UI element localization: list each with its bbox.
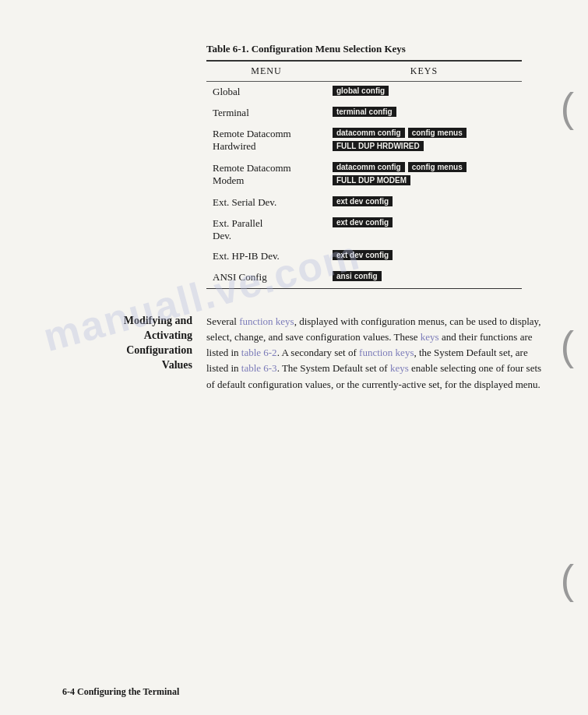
table-row: Globalglobal config (206, 82, 522, 104)
keys-cell: terminal config (326, 103, 522, 124)
key-badge: FULL DUP MODEM (333, 175, 410, 185)
key-badge-line: FULL DUP HRDWIRED (333, 141, 516, 153)
section-heading: Modifying and Activating Configuration V… (62, 314, 206, 393)
keys-cell: datacomm configconfig menusFULL DUP HRDW… (326, 124, 522, 158)
link-text: table 6-3 (241, 362, 277, 374)
key-badge: config menus (408, 128, 467, 138)
menu-cell: Global (206, 82, 326, 104)
key-badge: FULL DUP HRDWIRED (333, 141, 424, 151)
link-text: function keys (359, 347, 414, 358)
table-title: Table 6-1. Configuration Menu Selection … (206, 43, 522, 55)
key-badge: terminal config (333, 107, 396, 117)
bracket-bot-icon: ( (561, 559, 574, 600)
key-badge-line: datacomm configconfig menus (333, 162, 516, 174)
menu-cell: ANSI Config (206, 267, 326, 289)
table-row: Remote DatacommModemdatacomm configconfi… (206, 158, 522, 192)
modifying-section: Modifying and Activating Configuration V… (62, 314, 545, 393)
page: manuall.ve.com ( ( ( Table 6-1. Configur… (0, 0, 588, 715)
menu-cell: Terminal (206, 103, 326, 124)
keys-cell: datacomm configconfig menusFULL DUP MODE… (326, 158, 522, 192)
link-text: keys (390, 362, 409, 374)
link-text: function keys (239, 315, 294, 327)
menu-cell: Remote DatacommModem (206, 158, 326, 192)
keys-cell: ext dev config (326, 246, 522, 267)
key-badge: ext dev config (333, 217, 393, 227)
menu-cell: Ext. ParallelDev. (206, 213, 326, 246)
keys-cell: global config (326, 82, 522, 104)
key-badge-line: datacomm configconfig menus (333, 128, 516, 139)
key-badge: global config (333, 86, 389, 96)
key-badge: datacomm config (333, 162, 405, 172)
key-badge-line: ansi config (333, 271, 516, 283)
key-badge: ext dev config (333, 196, 393, 206)
key-badge-line: terminal config (333, 107, 516, 118)
section-body-text: Several function keys, displayed with co… (206, 314, 545, 393)
footer-text: 6-4 Configuring the Terminal (62, 686, 179, 698)
main-content: Table 6-1. Configuration Menu Selection … (62, 0, 545, 393)
col-keys-header: KEYS (326, 61, 522, 82)
table-row: Ext. HP-IB Dev.ext dev config (206, 246, 522, 267)
bracket-mid-icon: ( (561, 326, 574, 366)
keys-cell: ext dev config (326, 192, 522, 213)
key-badge: config menus (408, 162, 467, 172)
table-row: Ext. ParallelDev.ext dev config (206, 213, 522, 246)
bracket-top-icon: ( (561, 87, 574, 128)
config-table: MENU KEYS Globalglobal configTerminalter… (206, 60, 522, 289)
table-row: Remote DatacommHardwireddatacomm configc… (206, 124, 522, 158)
key-badge: datacomm config (333, 128, 405, 138)
key-badge: ansi config (333, 271, 382, 281)
table-section: Table 6-1. Configuration Menu Selection … (206, 43, 522, 289)
menu-cell: Remote DatacommHardwired (206, 124, 326, 158)
menu-cell: Ext. HP-IB Dev. (206, 246, 326, 267)
col-menu-header: MENU (206, 61, 326, 82)
key-badge-line: global config (333, 86, 516, 97)
table-row: ANSI Configansi config (206, 267, 522, 289)
table-row: Terminalterminal config (206, 103, 522, 124)
key-badge-line: ext dev config (333, 250, 516, 262)
keys-cell: ansi config (326, 267, 522, 289)
keys-cell: ext dev config (326, 213, 522, 246)
menu-cell: Ext. Serial Dev. (206, 192, 326, 213)
link-text: table 6-2 (241, 347, 277, 358)
link-text: keys (421, 331, 439, 343)
table-row: Ext. Serial Dev.ext dev config (206, 192, 522, 213)
key-badge-line: ext dev config (333, 217, 516, 229)
key-badge-line: ext dev config (333, 196, 516, 208)
key-badge: ext dev config (333, 250, 393, 260)
key-badge-line: FULL DUP MODEM (333, 175, 516, 187)
table-header-row: MENU KEYS (206, 61, 522, 82)
heading-text: Modifying and Activating Configuration V… (62, 314, 192, 373)
